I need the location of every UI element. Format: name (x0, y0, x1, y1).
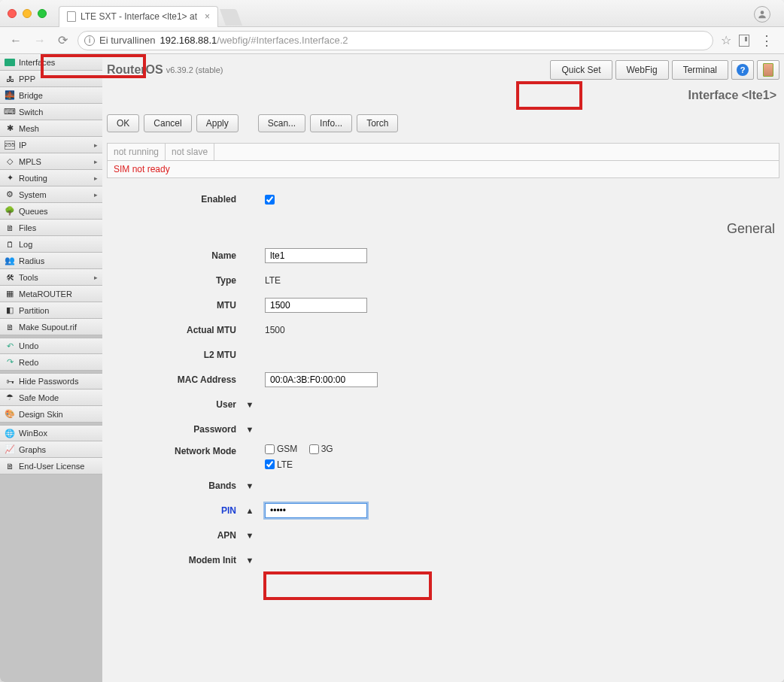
sidebar-item-label: Graphs (19, 445, 46, 454)
browser-menu-icon[interactable]: ⋮ (757, 32, 776, 49)
expand-caret-icon[interactable]: ▼ (242, 531, 257, 540)
svg-point-0 (761, 11, 764, 14)
forward-button[interactable]: → (32, 34, 48, 47)
url-path: /webfig/#Interfaces.Interface.2 (217, 35, 348, 46)
section-general: General (107, 214, 779, 241)
netmode-label: Network Mode (107, 444, 242, 456)
system-icon: ⚙ (5, 190, 15, 199)
quickset-button[interactable]: Quick Set (550, 60, 612, 80)
sidebar-item-label: Mesh (19, 124, 39, 133)
expand-caret-icon[interactable]: ▼ (242, 556, 257, 565)
logout-button[interactable] (757, 60, 779, 80)
cancel-button[interactable]: Cancel (144, 114, 191, 132)
browser-tab[interactable]: LTE SXT - Interface <lte1> at × (59, 6, 218, 27)
help-icon: ? (737, 64, 749, 76)
brand-title: RouterOS (107, 63, 163, 77)
bookmark-star-icon[interactable]: ☆ (721, 33, 731, 47)
webfig-button[interactable]: WebFig (615, 60, 669, 80)
mac-label: MAC Address (107, 374, 242, 385)
mtu-label: MTU (107, 300, 242, 311)
sidebar-item-queues[interactable]: 🌳 Queues (0, 203, 102, 220)
pin-input[interactable] (265, 503, 367, 518)
new-tab-button[interactable] (220, 9, 242, 26)
back-button[interactable]: ← (8, 34, 24, 47)
sidebar-item-label: Partition (19, 306, 49, 315)
interface-form: Enabled General Name Type LTE MTU (107, 189, 779, 571)
address-bar[interactable]: i Ei turvallinen 192.168.88.1 /webfig/#I… (77, 31, 713, 50)
sidebar-item-label: WinBox (19, 429, 47, 438)
sidebar-item-label: End-User License (19, 462, 84, 471)
url-host: 192.168.88.1 (160, 35, 217, 46)
netmode-gsm-checkbox[interactable] (265, 444, 275, 454)
tab-close-icon[interactable]: × (205, 11, 210, 22)
info-button[interactable]: Info... (310, 114, 352, 132)
mtu-input[interactable] (265, 298, 367, 313)
page-icon (67, 11, 76, 22)
sidebar-item-radius[interactable]: 👥 Radius (0, 253, 102, 269)
expand-caret-icon[interactable]: ▼ (242, 425, 257, 434)
sidebar-item-undo[interactable]: ↶ Undo (0, 338, 102, 354)
sidebar-item-license[interactable]: 🗎 End-User License (0, 458, 102, 474)
reload-button[interactable]: ⟳ (56, 33, 70, 47)
reading-list-icon[interactable] (739, 35, 749, 47)
actual-mtu-label: Actual MTU (107, 325, 242, 335)
sidebar-item-label: System (19, 190, 47, 199)
window-maximize-button[interactable] (38, 9, 47, 18)
sidebar-item-redo[interactable]: ↷ Redo (0, 354, 102, 371)
sidebar-item-design-skin[interactable]: 🎨 Design Skin (0, 406, 102, 423)
expand-caret-icon[interactable]: ▼ (242, 400, 257, 409)
sidebar-item-label: Safe Mode (19, 393, 59, 402)
window-close-button[interactable] (8, 9, 17, 18)
torch-button[interactable]: Torch (357, 114, 398, 132)
netmode-lte-label: LTE (277, 459, 293, 470)
submenu-arrow-icon: ▸ (94, 274, 98, 281)
sidebar-item-ip[interactable]: 255 IP ▸ (0, 137, 102, 153)
sidebar-item-label: Files (19, 223, 36, 232)
status-slave: not slave (166, 144, 214, 160)
sidebar-item-metarouter[interactable]: ▦ MetaROUTER (0, 286, 102, 302)
status-strip: not running not slave SIM not ready (107, 143, 779, 178)
sidebar-item-graphs[interactable]: 📈 Graphs (0, 441, 102, 458)
window-minimize-button[interactable] (23, 9, 32, 18)
sidebar-item-switch[interactable]: ⌨ Switch (0, 104, 102, 120)
sidebar-item-interfaces[interactable]: Interfaces (0, 54, 102, 71)
help-button[interactable]: ? (731, 60, 754, 80)
enabled-checkbox[interactable] (265, 195, 275, 205)
name-label: Name (107, 250, 242, 261)
sidebar-item-tools[interactable]: 🛠 Tools ▸ (0, 269, 102, 286)
metarouter-icon: ▦ (5, 289, 15, 299)
sidebar-item-log[interactable]: 🗒 Log (0, 236, 102, 253)
name-input[interactable] (265, 248, 367, 263)
tools-icon: 🛠 (5, 273, 15, 282)
sidebar-item-supout[interactable]: 🗎 Make Supout.rif (0, 319, 102, 335)
sidebar-item-safe-mode[interactable]: ☂ Safe Mode (0, 389, 102, 406)
sidebar-item-label: Redo (19, 358, 38, 367)
collapse-caret-icon[interactable]: ▲ (242, 506, 257, 515)
sidebar-item-routing[interactable]: ✦ Routing ▸ (0, 170, 102, 186)
terminal-button[interactable]: Terminal (672, 60, 728, 80)
expand-caret-icon[interactable]: ▼ (242, 481, 257, 490)
netmode-3g-checkbox[interactable] (309, 444, 319, 454)
header-row: RouterOS v6.39.2 (stable) Quick Set WebF… (107, 59, 779, 81)
bridge-icon: 🌉 (5, 91, 15, 100)
scan-button[interactable]: Scan... (258, 114, 305, 132)
sidebar-item-mpls[interactable]: ◇ MPLS ▸ (0, 153, 102, 170)
sidebar-item-bridge[interactable]: 🌉 Bridge (0, 87, 102, 104)
sidebar-item-hide-passwords[interactable]: 🗝 Hide Passwords (0, 373, 102, 389)
mac-input[interactable] (265, 372, 378, 387)
sidebar-item-mesh[interactable]: ✱ Mesh (0, 120, 102, 137)
netmode-lte-checkbox[interactable] (265, 459, 275, 469)
sidebar-item-label: Radius (19, 256, 44, 265)
profile-avatar-icon[interactable] (754, 6, 770, 23)
ok-button[interactable]: OK (107, 114, 139, 132)
sidebar-item-system[interactable]: ⚙ System ▸ (0, 186, 102, 203)
site-info-icon[interactable]: i (84, 35, 95, 46)
door-icon (763, 63, 773, 77)
sidebar-item-label: IP (19, 141, 26, 150)
sidebar-item-label: Tools (19, 273, 38, 282)
apply-button[interactable]: Apply (196, 114, 239, 132)
sidebar-item-files[interactable]: 🗎 Files (0, 220, 102, 236)
sidebar-item-partition[interactable]: ◧ Partition (0, 302, 102, 319)
sidebar-item-winbox[interactable]: 🌐 WinBox (0, 425, 102, 441)
sidebar-item-ppp[interactable]: 🖧 PPP (0, 71, 102, 87)
